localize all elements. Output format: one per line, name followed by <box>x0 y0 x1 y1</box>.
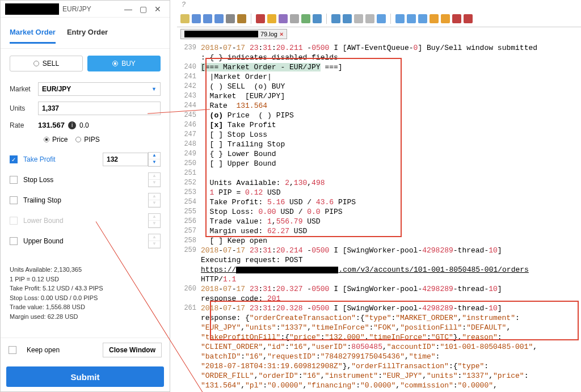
close-button[interactable]: ✕ <box>150 5 165 14</box>
toolbar-icon[interactable] <box>418 14 427 23</box>
toolbar-icon[interactable] <box>377 14 386 23</box>
info-icon[interactable]: i <box>68 121 76 129</box>
toolbar-separator <box>390 14 391 24</box>
lower-bound-label: Lower Bound <box>23 217 148 225</box>
trailing-stop-spinner[interactable]: ▲ ▼ <box>148 193 161 208</box>
buy-button[interactable]: BUY <box>87 56 161 71</box>
file-tab-suffix: 79.log <box>260 31 277 37</box>
spinner-down-icon[interactable]: ▼ <box>149 159 160 166</box>
close-window-button[interactable]: Close Window <box>103 343 162 357</box>
checkbox-upper-bound[interactable] <box>10 237 18 245</box>
radio-pips[interactable]: PIPS <box>75 136 99 144</box>
toolbar-icon[interactable] <box>226 14 235 23</box>
market-label: Market <box>10 85 38 93</box>
take-profit-spinner[interactable]: ▲ ▼ <box>148 152 161 167</box>
editor-toolbar <box>177 10 581 27</box>
toolbar-icon[interactable] <box>192 14 201 23</box>
titlebar: EUR/JPY — ▢ ✕ <box>1 1 170 18</box>
buy-label: BUY <box>121 60 136 68</box>
form-body: SELL BUY Market EUR/JPY ▼ Units Rate <box>1 49 170 258</box>
tab-entry-order[interactable]: Entry Order <box>67 28 108 44</box>
radio-buy-icon <box>112 61 118 66</box>
caret-icon: ▼ <box>151 86 157 92</box>
redacted-block <box>184 31 258 37</box>
checkbox-take-profit[interactable]: ✓ <box>10 155 18 163</box>
summary-stop-loss: Stop Loss: 0.00 USD / 0.0 PIPS <box>10 293 161 303</box>
toolbar-icon[interactable] <box>214 14 224 23</box>
checkbox-stop-loss[interactable] <box>10 176 18 184</box>
sell-label: SELL <box>43 60 59 68</box>
spinner-up-icon[interactable]: ▲ <box>149 153 160 159</box>
spinner-down-icon[interactable]: ▼ <box>149 241 160 248</box>
units-input[interactable] <box>38 102 161 115</box>
minimize-button[interactable]: — <box>121 5 136 14</box>
toolbar-icon[interactable] <box>464 14 473 23</box>
spinner-up-icon[interactable]: ▲ <box>149 234 160 241</box>
price-label: Price <box>52 136 68 144</box>
rate-label: Rate <box>10 121 38 129</box>
toolbar-separator <box>251 14 251 24</box>
maximize-button[interactable]: ▢ <box>136 5 150 14</box>
take-profit-input[interactable] <box>103 153 148 166</box>
rate-delta: 0.0 <box>79 121 89 129</box>
order-window: EUR/JPY — ▢ ✕ Market Order Entry Order S… <box>0 0 170 392</box>
editor-hint: ? <box>177 0 581 10</box>
toolbar-icon[interactable] <box>203 14 212 23</box>
toolbar-icon[interactable] <box>267 14 276 23</box>
order-tabs: Market Order Entry Order <box>1 18 170 49</box>
toolbar-icon[interactable] <box>237 14 246 23</box>
market-dropdown[interactable]: EUR/JPY ▼ <box>38 82 161 96</box>
submit-button[interactable]: Submit <box>6 366 164 387</box>
window-title: EUR/JPY <box>62 5 91 13</box>
checkbox-keep-open[interactable] <box>9 346 16 354</box>
checkbox-trailing-stop[interactable] <box>10 196 18 204</box>
summary-margin-used: Margin used: 62.28 USD <box>10 312 161 322</box>
spinner-up-icon[interactable]: ▲ <box>149 173 160 180</box>
toolbar-icon[interactable] <box>313 14 322 23</box>
units-label: Units <box>10 104 38 112</box>
toolbar-icon[interactable] <box>331 14 340 23</box>
toolbar-icon[interactable] <box>290 14 299 23</box>
spinner-down-icon[interactable]: ▼ <box>149 200 160 207</box>
code-area[interactable]: 2392018-07-17 23:31:20.211 -0500 I [AWT-… <box>177 41 581 392</box>
rate-value: 131.567 <box>38 121 65 129</box>
toolbar-icon[interactable] <box>301 14 310 23</box>
toolbar-icon[interactable] <box>452 14 461 23</box>
toolbar-icon[interactable] <box>430 14 439 23</box>
radio-price[interactable]: Price <box>44 136 68 144</box>
stop-loss-spinner[interactable]: ▲ ▼ <box>148 172 161 187</box>
summary-trade-value: Trade value: 1,556.88 USD <box>10 302 161 312</box>
summary-pip-value: 1 PIP = 0.12 USD <box>10 275 161 284</box>
spinner-up-icon[interactable]: ▲ <box>149 193 160 200</box>
toolbar-icon[interactable] <box>256 14 265 23</box>
take-profit-label: Take Profit <box>23 155 103 163</box>
toolbar-icon[interactable] <box>407 14 416 23</box>
radio-pips-icon <box>75 137 81 142</box>
toolbar-icon[interactable] <box>180 14 190 23</box>
toolbar-icon[interactable] <box>395 14 405 23</box>
tab-market-order[interactable]: Market Order <box>10 28 56 44</box>
toolbar-icon[interactable] <box>279 14 288 23</box>
toolbar-icon[interactable] <box>354 14 363 23</box>
order-summary: Units Available: 2,130,365 1 PIP = 0.12 … <box>1 258 170 328</box>
keep-open-label: Keep open <box>27 346 60 354</box>
stop-loss-label: Stop Loss <box>23 176 148 184</box>
pips-label: PIPS <box>84 136 99 144</box>
radio-sell-icon <box>33 61 39 66</box>
bottom-row: Keep open Close Window <box>1 338 170 362</box>
sell-button[interactable]: SELL <box>10 56 83 71</box>
upper-bound-spinner[interactable]: ▲ ▼ <box>148 234 161 248</box>
toolbar-icon[interactable] <box>365 14 374 23</box>
toolbar-icon[interactable] <box>343 14 352 23</box>
redacted-block <box>5 3 59 15</box>
spinner-down-icon[interactable]: ▼ <box>149 180 160 187</box>
file-tab-row: 79.log × <box>177 27 581 41</box>
radio-price-icon <box>44 137 49 142</box>
toolbar-icon[interactable] <box>441 14 450 23</box>
file-tab[interactable]: 79.log × <box>180 29 287 39</box>
lower-bound-spinner: ▲ ▼ <box>148 213 161 228</box>
spinner-up-icon: ▲ <box>149 214 160 221</box>
close-tab-icon[interactable]: × <box>280 31 283 37</box>
code-editor: ? 79.log × 23 <box>177 0 581 392</box>
summary-units-available: Units Available: 2,130,365 <box>10 265 161 275</box>
